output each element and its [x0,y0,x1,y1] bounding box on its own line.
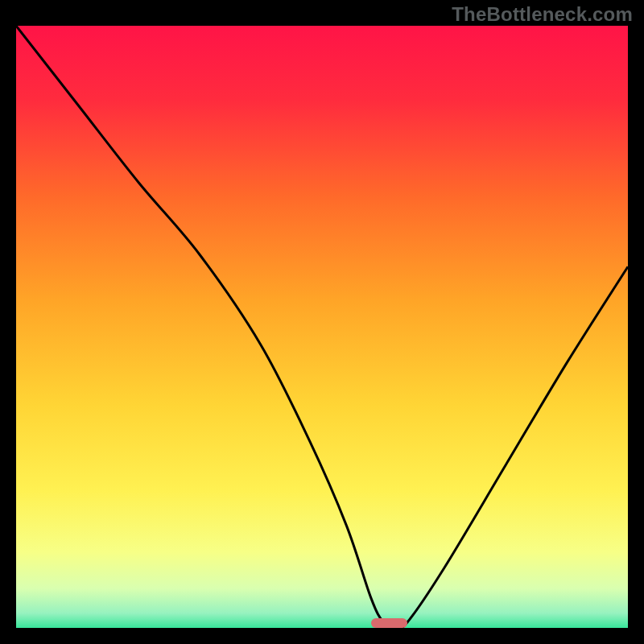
watermark-text: TheBottleneck.com [452,3,633,26]
chart-frame: TheBottleneck.com [0,0,644,644]
bottleneck-curve [16,26,628,628]
plot-area [16,26,628,628]
optimal-marker [371,618,408,628]
